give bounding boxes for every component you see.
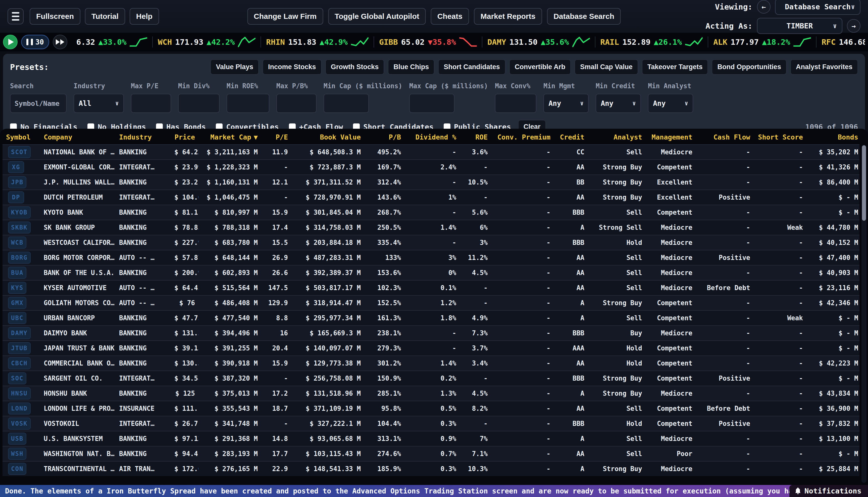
filter-fields: SearchIndustryAll∨Max P/EMin Div%Min ROE… — [10, 82, 858, 113]
column-header-roe[interactable]: ROE — [460, 133, 491, 141]
cell-p-b: 104.4% — [364, 420, 404, 427]
action-button-toggle-global-autopilot[interactable]: Toggle Global Autopilot — [328, 8, 426, 25]
column-header-analyst[interactable]: Analyst — [588, 133, 646, 141]
filter-input-min-roe-[interactable] — [226, 94, 269, 113]
filter-input-min-cap-millions-[interactable] — [324, 94, 369, 113]
cell-cash-flow: - — [696, 269, 754, 276]
table-row[interactable]: VOSKVOSTOKOILINTEGRAT…$ 26.7$ 341,748 M-… — [2, 416, 859, 431]
column-header-bonds[interactable]: Bonds — [807, 133, 862, 141]
scrollbar-thumb[interactable] — [862, 145, 866, 221]
hamburger-menu-icon[interactable] — [8, 8, 24, 24]
symbol-cell: UBC — [2, 312, 40, 324]
table-row[interactable]: DAMYDAIMYO BANKBANKING$ 131.5$ 394,496 M… — [2, 325, 859, 340]
table-row[interactable]: LONDLONDON LIFE & PRO…INSURANCE$ 111.11$… — [2, 401, 859, 416]
cell-industry: INTEGRAT… — [116, 164, 171, 171]
acting-as-dropdown[interactable]: TIMBER ∨ — [757, 18, 842, 34]
back-arrow-button[interactable]: ← — [757, 0, 770, 14]
ticker-change: ▲42.9% — [320, 38, 348, 46]
column-header-short-score[interactable]: Short Score — [754, 133, 807, 141]
table-row[interactable]: WSHWASHINGTON NAT. B…BANKING$ 94.4$ 283,… — [2, 446, 859, 461]
column-header-conv-premium[interactable]: Conv. Premium — [491, 133, 554, 141]
filter-input-max-p-e[interactable] — [131, 94, 171, 113]
column-header-book-value[interactable]: Book Value — [291, 133, 364, 141]
cell-dividend-: 0.5% — [404, 405, 460, 412]
tutorial-button[interactable]: Tutorial — [85, 8, 125, 25]
cell-market-cap: $ 355,543 M — [198, 405, 261, 412]
filter-select-industry[interactable]: All∨ — [74, 94, 124, 113]
table-row[interactable]: BORGBORG MOTOR CORPOR…AUTO -- …$ 57.87$ … — [2, 250, 859, 265]
cell-roe: 3.7% — [460, 344, 491, 352]
preset-small-cap-value[interactable]: Small Cap Value — [575, 59, 638, 75]
column-header-management[interactable]: Management — [646, 133, 696, 141]
forward-arrow-button[interactable]: → — [847, 19, 860, 33]
play-button[interactable] — [3, 35, 18, 49]
cell-credit: BBB — [554, 329, 588, 337]
cell-analyst: Strong Buy — [588, 194, 646, 201]
cell-company: U.S. BANKSYSTEM — [40, 435, 116, 442]
viewing-dropdown[interactable]: Database Search ∨ — [775, 0, 860, 15]
action-button-change-law-firm[interactable]: Change Law Firm — [247, 8, 323, 25]
table-row[interactable]: GMXGOLIATH MOTORS CO…AUTO -- …$ 76$ 486,… — [2, 295, 859, 310]
cell-analyst: Strong Buy — [588, 299, 646, 307]
cell-short-score: - — [754, 359, 807, 367]
table-row[interactable]: HNSUHONSHU BANKBANKING$ 125$ 375,013 M17… — [2, 386, 859, 401]
table-row[interactable]: BUABANK OF THE U.S.A.BANKING$ 200.96$ 60… — [2, 265, 859, 280]
filter-input-search[interactable] — [10, 94, 67, 113]
table-row[interactable]: DPDUTCH PETROLEUMINTEGRAT…$ 104.65$ 1,04… — [2, 189, 859, 204]
table-row[interactable]: SCOTNATIONAL BANK OF …BANKING$ 64.22$ 3,… — [2, 144, 859, 159]
filter-select-min-credit[interactable]: Any∨ — [596, 94, 641, 113]
cell-roe: 3.4% — [460, 359, 491, 367]
preset-growth-stocks[interactable]: Growth Stocks — [325, 59, 384, 75]
action-button-database-search[interactable]: Database Search — [547, 8, 621, 25]
table-row[interactable]: XGEXMONT-GLOBAL COR…INTEGRAT…$ 23.99$ 1,… — [2, 159, 859, 174]
help-button[interactable]: Help — [130, 8, 159, 25]
cell-management: Competent — [646, 209, 696, 216]
table-row[interactable]: KYSKYSER AUTOMOTIVEAUTO -- …$ 64.45$ 515… — [2, 280, 859, 295]
column-header-p-e[interactable]: P/E — [261, 133, 291, 141]
table-row[interactable]: SOCSARGENT OIL CO.INTEGRAT…$ 34.58$ 387,… — [2, 371, 859, 386]
filter-select-min-analyst[interactable]: Any∨ — [648, 94, 693, 113]
table-row[interactable]: SKBKSK BANK GROUPBANKING$ 78.83$ 788,318… — [2, 220, 859, 235]
table-row[interactable]: UBCURBAN BANCORPBANKING$ 47.75$ 477,540 … — [2, 310, 859, 325]
preset-convertible-arb[interactable]: Convertible Arb — [509, 59, 571, 75]
column-header-price[interactable]: Price — [171, 133, 198, 141]
preset-short-candidates[interactable]: Short Candidates — [438, 59, 505, 75]
table-row[interactable]: USBU.S. BANKSYSTEMBANKING$ 97.12$ 291,36… — [2, 431, 859, 446]
cell-analyst: Sell — [588, 148, 646, 156]
column-header-company[interactable]: Company — [40, 133, 116, 141]
table-row[interactable]: JPBJ.P. MULLINS WALL…BANKING$ 23.2$ 1,16… — [2, 174, 859, 189]
filter-input-max-conv-[interactable] — [495, 94, 536, 113]
column-header-dividend-[interactable]: Dividend % — [404, 133, 460, 141]
cell-credit: A — [554, 299, 588, 307]
action-button-market-reports[interactable]: Market Reports — [474, 8, 542, 25]
fullscreen-button[interactable]: Fullscreen — [30, 8, 80, 25]
cell-analyst: Sell — [588, 450, 646, 457]
filter-select-min-mgmt[interactable]: Any∨ — [543, 94, 589, 113]
preset-blue-chips[interactable]: Blue Chips — [388, 59, 435, 75]
table-row[interactable]: KYOBKYOTO BANKBANKING$ 81.1$ 810,997 M15… — [2, 204, 859, 220]
notifications-button[interactable]: Notifications — [789, 485, 868, 497]
preset-income-stocks[interactable]: Income Stocks — [263, 59, 322, 75]
column-header-cash-flow[interactable]: Cash Flow — [696, 133, 754, 141]
filter-input-max-cap-millions-[interactable] — [409, 94, 455, 113]
preset-value-plays[interactable]: Value Plays — [210, 59, 259, 75]
cell-price: $ 47.75 — [171, 314, 198, 322]
table-row[interactable]: CONTRANSCONTINENTAL …AIR TRAN…$ 172.6$ 2… — [2, 461, 859, 476]
column-header-p-b[interactable]: P/B — [364, 133, 404, 141]
filter-label: Min ROE% — [226, 82, 269, 90]
fast-forward-button[interactable] — [53, 35, 67, 49]
preset-takeover-targets[interactable]: Takeover Targets — [642, 59, 708, 75]
column-header-industry[interactable]: Industry — [116, 133, 171, 141]
column-header-credit[interactable]: Credit — [554, 133, 588, 141]
preset-bond-opportunities[interactable]: Bond Opportunities — [712, 59, 786, 75]
column-header-market-cap[interactable]: Market Cap▼ — [198, 133, 261, 141]
speed-control[interactable]: 30 — [21, 35, 49, 49]
table-row[interactable]: CBCHCOMMERCIAL BANK O…BANKING$ 130.31$ 3… — [2, 355, 859, 371]
action-button-cheats[interactable]: Cheats — [431, 8, 469, 25]
table-row[interactable]: JTUBJAPAN TRUST & BANKBANKING$ 39.13$ 39… — [2, 340, 859, 355]
filter-input-min-div-[interactable] — [178, 94, 220, 113]
filter-input-max-p-b-[interactable] — [276, 94, 317, 113]
column-header-symbol[interactable]: Symbol — [2, 133, 40, 141]
preset-analyst-favorites[interactable]: Analyst Favorites — [790, 59, 858, 75]
table-row[interactable]: WCBWESTCOAST CALIFOR…BANKING$ 227.93$ 68… — [2, 235, 859, 250]
